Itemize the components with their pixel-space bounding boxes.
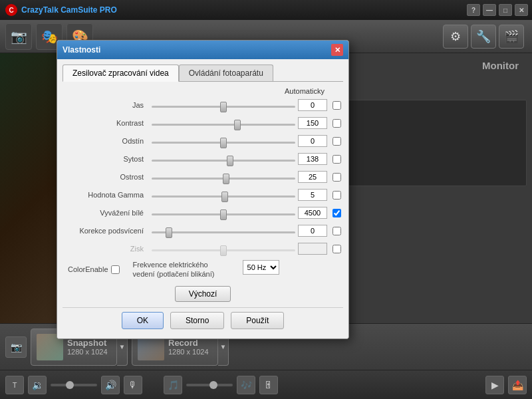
apply-button[interactable]: Použít xyxy=(231,312,284,329)
prop-slider-container-bile xyxy=(149,208,298,217)
freq-select[interactable]: 50 Hz 60 Hz xyxy=(243,260,279,275)
prop-label-zisk: Zisk xyxy=(63,245,149,253)
color-freq-row: ColorEnable Frekvence elektrického veden… xyxy=(68,260,343,279)
dialog-overlay: Vlastnosti ✕ Zesilovač zpracování videa … xyxy=(0,0,532,399)
prop-auto-jas xyxy=(330,101,343,110)
prop-row-zisk: Zisk xyxy=(63,241,343,256)
prop-value-kontrast[interactable] xyxy=(298,117,327,129)
prop-label-gamma: Hodnota Gamma xyxy=(63,191,149,199)
prop-auto-check-korekce[interactable] xyxy=(332,227,341,235)
color-enable-label: ColorEnable xyxy=(68,265,108,273)
prop-auto-bile xyxy=(330,209,343,217)
auto-column-label: Automaticky xyxy=(285,87,325,95)
prop-auto-check-kontrast[interactable] xyxy=(332,119,341,128)
prop-row-bile: Vyvážení bílé xyxy=(63,205,343,220)
prop-row-jas: Jas xyxy=(63,98,343,112)
default-button[interactable]: Výchozí xyxy=(175,286,231,302)
properties-dialog: Vlastnosti ✕ Zesilovač zpracování videa … xyxy=(57,40,349,339)
prop-slider-korekce[interactable] xyxy=(152,231,295,233)
prop-auto-kontrast xyxy=(330,119,343,128)
prop-value-odstin[interactable] xyxy=(298,135,327,147)
prop-slider-kontrast[interactable] xyxy=(152,124,295,126)
prop-slider-container-odstin xyxy=(149,136,298,146)
default-btn-row: Výchozí xyxy=(63,286,343,302)
prop-slider-ostrost[interactable] xyxy=(152,178,295,180)
props-header: Automaticky xyxy=(63,87,343,95)
prop-auto-odstin xyxy=(330,137,343,146)
prop-value-gamma[interactable] xyxy=(298,189,327,201)
tab-video-processing[interactable]: Zesilovač zpracování videa xyxy=(63,65,179,82)
prop-row-gamma: Hodnota Gamma xyxy=(63,188,343,202)
dialog-titlebar: Vlastnosti ✕ xyxy=(57,41,348,59)
prop-slider-container-korekce xyxy=(149,226,298,235)
color-enable-group: ColorEnable xyxy=(68,265,120,274)
prop-value-ostrost[interactable] xyxy=(298,171,327,183)
prop-slider-container-zisk xyxy=(149,244,298,253)
prop-slider-odstin[interactable] xyxy=(152,142,295,144)
prop-slider-jas[interactable] xyxy=(152,106,295,108)
prop-auto-zisk xyxy=(330,245,343,253)
freq-label: Frekvence elektrického vedení (potlačení… xyxy=(133,260,243,279)
prop-row-odstin: Odstín xyxy=(63,134,343,148)
prop-auto-check-gamma[interactable] xyxy=(332,191,341,200)
prop-label-odstin: Odstín xyxy=(63,137,149,145)
cancel-button[interactable]: Storno xyxy=(170,312,224,329)
prop-slider-container-sytost xyxy=(149,154,298,164)
prop-auto-sytost xyxy=(330,155,343,164)
prop-auto-check-ostrost[interactable] xyxy=(332,173,341,182)
prop-value-sytost[interactable] xyxy=(298,153,327,165)
dialog-body: Zesilovač zpracování videa Ovládání foto… xyxy=(57,59,348,338)
prop-label-bile: Vyvážení bílé xyxy=(63,209,149,217)
prop-auto-check-sytost[interactable] xyxy=(332,155,341,164)
prop-value-bile[interactable] xyxy=(298,207,327,219)
prop-row-kontrast: Kontrast xyxy=(63,116,343,130)
prop-slider-zisk[interactable] xyxy=(152,249,295,251)
color-enable-checkbox[interactable] xyxy=(111,265,120,274)
prop-auto-gamma xyxy=(330,191,343,200)
prop-auto-check-bile[interactable] xyxy=(332,209,341,217)
freq-group: Frekvence elektrického vedení (potlačení… xyxy=(133,260,279,279)
prop-auto-check-odstin[interactable] xyxy=(332,137,341,146)
prop-label-korekce: Korekce podsvícení xyxy=(63,227,149,235)
prop-label-jas: Jas xyxy=(63,101,149,109)
prop-slider-container-gamma xyxy=(149,190,298,200)
prop-row-sytost: Sytost xyxy=(63,152,343,166)
prop-auto-korekce xyxy=(330,227,343,235)
prop-label-sytost: Sytost xyxy=(63,155,149,163)
prop-slider-container-ostrost xyxy=(149,172,298,182)
prop-value-korekce[interactable] xyxy=(298,225,327,237)
prop-auto-check-jas[interactable] xyxy=(332,101,341,110)
prop-auto-ostrost xyxy=(330,173,343,182)
dialog-actions: OK Storno Použít xyxy=(63,307,343,333)
prop-slider-bile[interactable] xyxy=(152,213,295,215)
prop-value-jas[interactable] xyxy=(298,99,327,111)
ok-button[interactable]: OK xyxy=(122,312,164,329)
prop-auto-check-zisk[interactable] xyxy=(332,245,341,253)
prop-slider-gamma[interactable] xyxy=(152,196,295,198)
prop-slider-container-kontrast xyxy=(149,118,298,128)
prop-slider-container-jas xyxy=(149,100,298,110)
dialog-tabs: Zesilovač zpracování videa Ovládání foto… xyxy=(63,65,343,82)
prop-label-ostrost: Ostrost xyxy=(63,173,149,181)
prop-row-ostrost: Ostrost xyxy=(63,170,343,184)
prop-row-korekce: Korekce podsvícení xyxy=(63,223,343,238)
prop-slider-sytost[interactable] xyxy=(152,160,295,162)
prop-value-zisk[interactable] xyxy=(298,243,327,255)
dialog-close-button[interactable]: ✕ xyxy=(331,44,343,56)
prop-label-kontrast: Kontrast xyxy=(63,119,149,127)
dialog-title: Vlastnosti xyxy=(63,45,100,55)
tab-camera-control[interactable]: Ovládání fotoaparátu xyxy=(179,65,273,81)
